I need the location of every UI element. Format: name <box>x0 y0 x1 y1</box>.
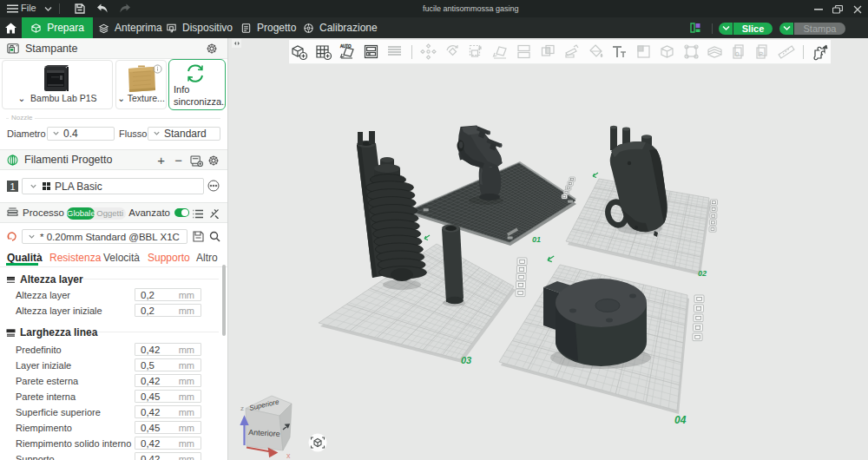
svg-text:03: 03 <box>461 355 471 365</box>
svg-text:x: x <box>286 451 291 460</box>
svg-text:01: 01 <box>532 235 541 244</box>
svg-text:02: 02 <box>698 269 707 278</box>
svg-text:04: 04 <box>674 414 687 426</box>
svg-text:z: z <box>240 404 244 412</box>
svg-text:Anteriore: Anteriore <box>248 428 280 438</box>
